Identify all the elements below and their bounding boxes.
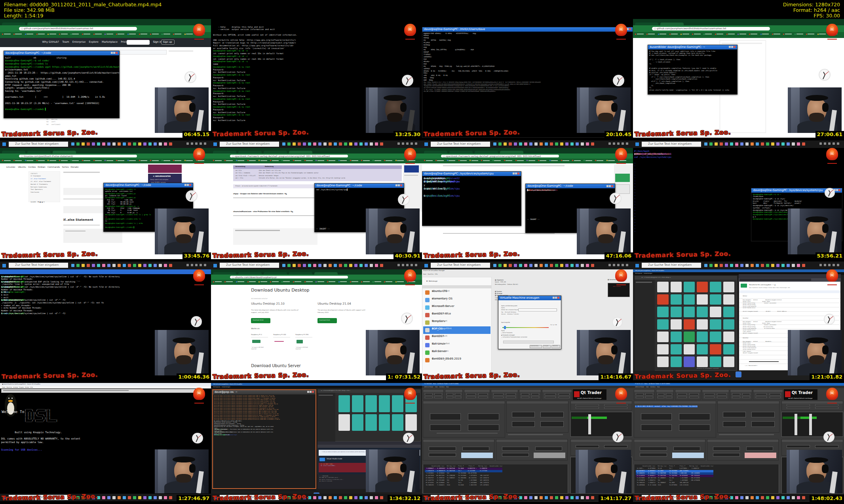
headphones-band-icon bbox=[805, 457, 828, 463]
bookmark-item bbox=[25, 160, 26, 161]
bookmark-item bbox=[93, 160, 95, 161]
webcam-overlay bbox=[577, 208, 631, 254]
panel-field bbox=[666, 396, 673, 398]
window-button bbox=[113, 52, 115, 54]
text-bar bbox=[719, 434, 769, 435]
taskbar-icon bbox=[128, 496, 131, 499]
skull-icon: ☠ bbox=[193, 271, 205, 278]
tray-icon bbox=[833, 142, 835, 145]
taskbar-icon bbox=[308, 264, 311, 267]
decorative-rect bbox=[634, 462, 779, 464]
text-bar bbox=[443, 165, 554, 167]
terminal-line: + number_of_max_threads= bbox=[1, 304, 120, 307]
taskbar-icon bbox=[776, 496, 779, 499]
terminal-line: su: Authentication failure bbox=[213, 79, 297, 82]
taskbar-icon bbox=[787, 264, 790, 267]
terminal-line: CONTENTS bbox=[30, 172, 51, 175]
text-label: Monatliche Ein und Ausgaben ☆ ☁ bbox=[749, 284, 776, 286]
decorative-rect bbox=[781, 412, 843, 437]
window-button bbox=[187, 184, 189, 186]
text-block: DSL comes with ABSOLUTELY NO WARRANTY, t… bbox=[1, 437, 80, 444]
taskbar-icon bbox=[349, 264, 352, 267]
clock-second-hand bbox=[198, 435, 201, 438]
terminal-line: ~ bbox=[634, 227, 671, 230]
text-label: Datei Maschine Hilfe bbox=[423, 273, 438, 275]
bookmark-label-bar bbox=[660, 34, 666, 34]
terminal-line: ■ phaser3 31.06.860 bbox=[319, 481, 344, 483]
folder-icon bbox=[710, 294, 721, 305]
webcam-beard bbox=[176, 234, 191, 243]
terminal-line: ~ bbox=[634, 180, 671, 183]
text-block: * At least 4 GB RAMrequired bbox=[251, 347, 263, 351]
taskbar-icon bbox=[498, 142, 502, 146]
panel-header bbox=[507, 401, 568, 404]
bookmark-label-bar bbox=[27, 160, 33, 161]
taskbar-icon bbox=[71, 142, 74, 146]
terminal-line: ~ bbox=[634, 182, 671, 186]
window-body: half mk sharingdave@sqOne-GamingPC:~$ cd… bbox=[4, 55, 119, 118]
bookmark-label-bar bbox=[61, 160, 68, 161]
depth-bar bbox=[783, 417, 800, 419]
text-label: Oracle VM VirtualBox Manager bbox=[423, 270, 445, 271]
bookmark-item bbox=[116, 160, 117, 161]
decorative-rect bbox=[0, 269, 211, 274]
terminal-line: er/usernames.txt bbox=[5, 68, 118, 71]
bookmark-label-bar bbox=[540, 160, 546, 161]
terminal-line: usernames.txt [ <=> ] 19.04M 3.26MB/s in… bbox=[5, 95, 118, 99]
streamer-devil-logo: ☠ bbox=[826, 24, 838, 40]
panel-field bbox=[679, 424, 710, 431]
bookmark-item bbox=[25, 34, 26, 35]
bookmark-label-bar bbox=[49, 160, 56, 161]
tux-beak bbox=[8, 400, 12, 402]
vm-list-item: CentOS7● gespeichert bbox=[423, 334, 491, 341]
webcam-beard bbox=[809, 474, 824, 483]
clock-second-hand bbox=[409, 435, 412, 438]
timestamp-label: 1:27:46.97 bbox=[177, 495, 211, 502]
decorative-rect bbox=[574, 391, 580, 397]
skull-icon: ☠ bbox=[193, 150, 205, 156]
text-label: ◂ ▸ ⌂ FreizeitvolkDu@gmail.com ▸ Meine A… bbox=[641, 277, 671, 278]
terminal-line: ./cpuinfo: line 2: unexpected EOF while … bbox=[1, 280, 120, 283]
file-icon bbox=[684, 344, 695, 355]
streamer-devil-logo: ☠ bbox=[826, 269, 838, 285]
bookmark-label-bar bbox=[563, 160, 569, 161]
webcam-beard bbox=[809, 355, 824, 364]
terminal-line: if..else Statement bbox=[30, 178, 51, 180]
text-label: Download Ubuntu Desktop bbox=[251, 288, 309, 293]
group-panel bbox=[445, 389, 463, 400]
taskbar-icon bbox=[581, 142, 584, 146]
webcam-overlay bbox=[788, 87, 842, 133]
bookmark-label-bar bbox=[494, 160, 501, 161]
bookmark-label-bar bbox=[374, 281, 381, 282]
streamer-devil-logo: ☠ bbox=[615, 269, 627, 285]
panel-field bbox=[502, 453, 529, 457]
panel-field bbox=[751, 412, 775, 417]
browser-chrome: ○ openbook.rheinwerk-verlag.de/shell_pro… bbox=[211, 148, 422, 163]
taskbar-icon bbox=[323, 496, 327, 499]
panel-field bbox=[545, 396, 556, 398]
terminal-line: ○ Vorhandene Festplattendatei verwenden bbox=[501, 336, 528, 339]
thumbnail-tile: Zur Suche Text hier eingebenPOP_OS [wird… bbox=[633, 261, 844, 380]
timestamp-label: 20:10.45 bbox=[604, 131, 633, 138]
terminal-line bbox=[634, 153, 671, 156]
window-button bbox=[836, 189, 838, 191]
window-button bbox=[395, 184, 397, 186]
taskbar-icon bbox=[725, 264, 728, 267]
folder-icon bbox=[697, 344, 708, 355]
taskbar-icon bbox=[76, 264, 80, 267]
panel-header bbox=[656, 390, 674, 392]
window-button bbox=[611, 185, 613, 187]
webcam-overlay bbox=[576, 450, 631, 493]
bookmark-item bbox=[162, 34, 163, 35]
window-title: dave@sqOne-GamingPC: /sys/devices/system… bbox=[753, 189, 823, 192]
clock-minute-hand bbox=[402, 199, 405, 204]
panel-field bbox=[512, 421, 535, 427]
file-icon bbox=[723, 282, 734, 292]
bookmark-item bbox=[458, 160, 460, 161]
taskbar-icon bbox=[792, 142, 795, 146]
panel-field bbox=[468, 424, 499, 431]
file-icon bbox=[671, 319, 682, 330]
panel-field bbox=[815, 445, 838, 448]
bookmark-label-bar bbox=[819, 34, 826, 34]
bookmark-label-bar bbox=[751, 34, 757, 34]
